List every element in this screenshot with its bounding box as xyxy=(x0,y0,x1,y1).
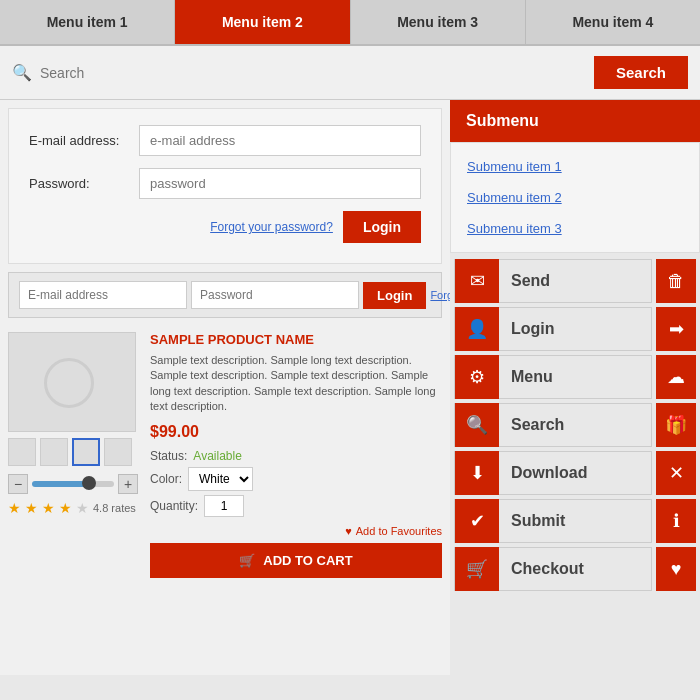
small-email-field[interactable] xyxy=(19,281,187,309)
send-left-icon: ✉ xyxy=(455,259,499,303)
icon-btn-menu-right[interactable]: ☁ xyxy=(656,355,696,399)
search-button[interactable]: Search xyxy=(594,56,688,89)
login-right-icon: ➡ xyxy=(669,318,684,340)
icon-btn-send-right[interactable]: 🗑 xyxy=(656,259,696,303)
menu-right-icon: ☁ xyxy=(667,366,685,388)
send-right-icon: 🗑 xyxy=(667,271,685,292)
icon-btn-checkout-right[interactable]: ♥ xyxy=(656,547,696,591)
color-select[interactable]: White xyxy=(188,467,253,491)
rating-row: ★ ★ ★ ★ ★ 4.8 rates xyxy=(8,500,138,516)
main-layout: E-mail address: Password: Forgot your pa… xyxy=(0,100,700,675)
submit-left-icon: ✔ xyxy=(455,499,499,543)
icon-btn-checkout[interactable]: 🛒 Checkout xyxy=(454,547,652,591)
checkout-left-icon: 🛒 xyxy=(455,547,499,591)
slider-row: − + xyxy=(8,474,138,494)
add-cart-label: ADD TO CART xyxy=(263,553,352,568)
star-1: ★ xyxy=(8,500,21,516)
submit-right-icon: ℹ xyxy=(673,510,680,532)
add-to-favourites-link[interactable]: ♥ Add to Favourites xyxy=(150,525,442,537)
star-5: ★ xyxy=(76,500,89,516)
product-description: Sample text description. Sample long tex… xyxy=(150,353,442,415)
login-button-big[interactable]: Login xyxy=(343,211,421,243)
thumbnail-4[interactable] xyxy=(104,438,132,466)
slider-plus-button[interactable]: + xyxy=(118,474,138,494)
search-icon: 🔍 xyxy=(12,63,32,82)
product-area: − + ★ ★ ★ ★ ★ 4.8 rates SAMPLE PRODUCT xyxy=(0,322,450,588)
nav-item-1[interactable]: Menu item 1 xyxy=(0,0,175,44)
send-label: Send xyxy=(499,272,651,290)
login-form-big: E-mail address: Password: Forgot your pa… xyxy=(8,108,442,264)
heart-icon: ♥ xyxy=(345,525,352,537)
product-quantity: Quantity: xyxy=(150,495,442,517)
icon-btn-submit-right[interactable]: ℹ xyxy=(656,499,696,543)
thumbnail-2[interactable] xyxy=(40,438,68,466)
login-left-icon: 👤 xyxy=(455,307,499,351)
thumbnail-1[interactable] xyxy=(8,438,36,466)
top-navigation: Menu item 1 Menu item 2 Menu item 3 Menu… xyxy=(0,0,700,46)
cart-icon: 🛒 xyxy=(239,553,255,568)
icon-btn-search-right[interactable]: 🎁 xyxy=(656,403,696,447)
icon-buttons-grid: ✉ Send 🗑 👤 Login ➡ ⚙ Menu ☁ 🔍 Search 🎁 ⬇… xyxy=(450,253,700,597)
search-input[interactable] xyxy=(40,65,594,81)
login-form-small: Login Forgot your password? xyxy=(8,272,442,318)
icon-btn-submit[interactable]: ✔ Submit xyxy=(454,499,652,543)
submenu-list: Submenu item 1 Submenu item 2 Submenu it… xyxy=(450,142,700,253)
add-to-cart-button[interactable]: 🛒 ADD TO CART xyxy=(150,543,442,578)
slider-track[interactable] xyxy=(32,481,114,487)
icon-btn-menu[interactable]: ⚙ Menu xyxy=(454,355,652,399)
slider-minus-button[interactable]: − xyxy=(8,474,28,494)
right-panel: Submenu Submenu item 1 Submenu item 2 Su… xyxy=(450,100,700,675)
qty-label: Quantity: xyxy=(150,499,198,513)
status-label: Status: xyxy=(150,449,187,463)
search-label: Search xyxy=(499,416,651,434)
form-actions: Forgot your password? Login xyxy=(29,211,421,243)
watermark-circle xyxy=(44,358,94,408)
nav-item-3[interactable]: Menu item 3 xyxy=(351,0,526,44)
submenu-item-1[interactable]: Submenu item 1 xyxy=(451,151,699,182)
password-field[interactable] xyxy=(139,168,421,199)
star-3: ★ xyxy=(42,500,55,516)
submenu-item-3[interactable]: Submenu item 3 xyxy=(451,213,699,244)
icon-btn-login-right[interactable]: ➡ xyxy=(656,307,696,351)
icon-btn-search[interactable]: 🔍 Search xyxy=(454,403,652,447)
menu-label: Menu xyxy=(499,368,651,386)
icon-btn-login[interactable]: 👤 Login xyxy=(454,307,652,351)
qty-input[interactable] xyxy=(204,495,244,517)
product-thumbnails xyxy=(8,438,138,466)
icon-btn-download[interactable]: ⬇ Download xyxy=(454,451,652,495)
product-name: SAMPLE PRODUCT NAME xyxy=(150,332,442,347)
nav-item-4[interactable]: Menu item 4 xyxy=(526,0,700,44)
email-field[interactable] xyxy=(139,125,421,156)
slider-handle[interactable] xyxy=(82,476,96,490)
nav-item-2[interactable]: Menu item 2 xyxy=(175,0,350,44)
search-left-icon: 🔍 xyxy=(455,403,499,447)
forgot-password-link[interactable]: Forgot your password? xyxy=(210,220,333,234)
icon-btn-download-right[interactable]: ✕ xyxy=(656,451,696,495)
search-bar: 🔍 Search xyxy=(0,46,700,100)
thumbnail-3[interactable] xyxy=(72,438,100,466)
download-right-icon: ✕ xyxy=(669,462,684,484)
small-password-field[interactable] xyxy=(191,281,359,309)
star-2: ★ xyxy=(25,500,38,516)
status-value: Available xyxy=(193,449,241,463)
submenu-header: Submenu xyxy=(450,100,700,142)
menu-left-icon: ⚙ xyxy=(455,355,499,399)
product-info: SAMPLE PRODUCT NAME Sample text descript… xyxy=(150,332,442,578)
email-label: E-mail address: xyxy=(29,133,139,148)
product-main-image xyxy=(8,332,136,432)
icon-btn-send[interactable]: ✉ Send xyxy=(454,259,652,303)
password-label: Password: xyxy=(29,176,139,191)
small-login-button[interactable]: Login xyxy=(363,282,426,309)
email-row: E-mail address: xyxy=(29,125,421,156)
checkout-right-icon: ♥ xyxy=(671,559,682,580)
password-row: Password: xyxy=(29,168,421,199)
login-label: Login xyxy=(499,320,651,338)
star-4: ★ xyxy=(59,500,72,516)
add-fav-label: Add to Favourites xyxy=(356,525,442,537)
checkout-label: Checkout xyxy=(499,560,651,578)
product-status: Status: Available xyxy=(150,449,442,463)
submenu-item-2[interactable]: Submenu item 2 xyxy=(451,182,699,213)
small-forgot-link[interactable]: Forgot your password? xyxy=(430,289,450,301)
submit-label: Submit xyxy=(499,512,651,530)
product-price: $99.00 xyxy=(150,423,442,441)
